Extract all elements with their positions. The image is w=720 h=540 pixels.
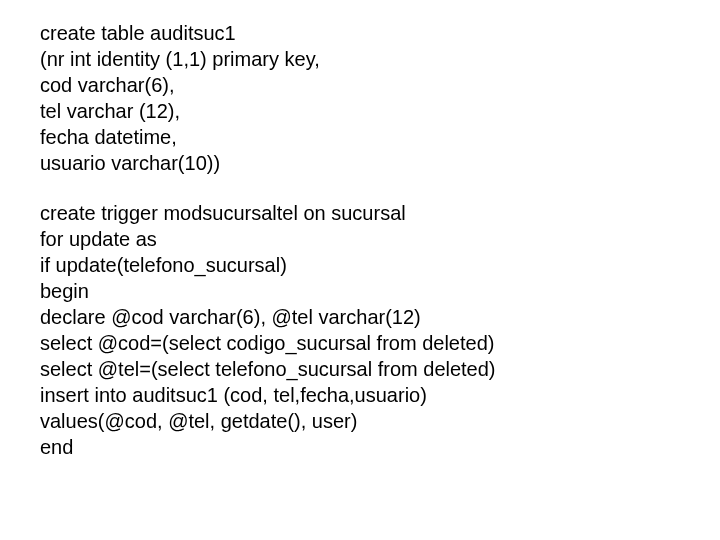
- sql-create-table-block: create table auditsuc1 (nr int identity …: [40, 20, 720, 176]
- sql-slide: create table auditsuc1 (nr int identity …: [0, 0, 720, 460]
- block-gap: [40, 176, 720, 200]
- sql-create-trigger-block: create trigger modsucursaltel on sucursa…: [40, 200, 720, 460]
